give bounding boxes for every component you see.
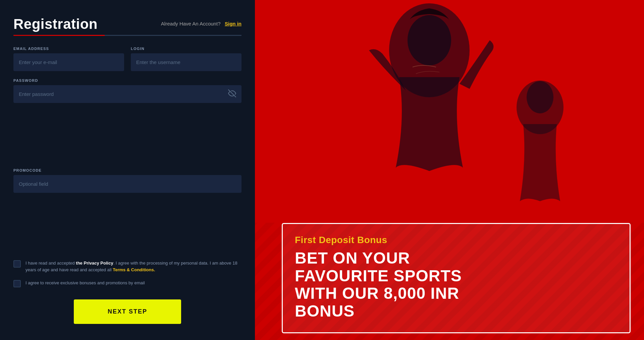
login-label: LOGIN [131, 47, 241, 51]
email-label: EMAIL ADDRESS [13, 47, 124, 51]
page-title: Registration [13, 16, 98, 32]
promotions-checkbox[interactable] [13, 280, 21, 287]
privacy-checkbox-row: I have read and accepted the Privacy Pol… [13, 260, 241, 273]
privacy-text: I have read and accepted the Privacy Pol… [25, 260, 241, 273]
bonus-main-text: BET ON YOUR FAVOURITE SPORTS WITH OUR 8,… [295, 249, 618, 320]
sign-in-link[interactable]: Sign in [225, 21, 241, 26]
right-panel: First Deposit Bonus BET ON YOUR FAVOURIT… [255, 0, 644, 340]
header-section: Registration Already Have An Account? Si… [13, 16, 241, 32]
promotions-text: I agree to receive exclusive bonuses and… [25, 280, 145, 286]
bonus-line2: FAVOURITE SPORTS [295, 267, 462, 285]
already-account-section: Already Have An Account? Sign in [161, 21, 241, 26]
bonus-label: First Deposit Bonus [295, 235, 618, 245]
title-underline [13, 35, 241, 36]
email-login-row: EMAIL ADDRESS LOGIN [13, 47, 241, 71]
svg-point-3 [408, 15, 451, 65]
login-group: LOGIN [131, 47, 241, 71]
next-step-button[interactable]: NEXT STEP [74, 299, 181, 324]
login-input[interactable] [131, 53, 241, 71]
privacy-policy-link[interactable]: the Privacy Policy [76, 261, 113, 266]
promotions-checkbox-row: I agree to receive exclusive bonuses and… [13, 280, 241, 287]
email-group: EMAIL ADDRESS [13, 47, 124, 71]
bonus-line3: WITH OUR 8,000 INR [295, 284, 459, 302]
password-label: PASSWORD [13, 78, 241, 82]
toggle-password-icon[interactable] [228, 89, 236, 99]
bonus-line4: BONUS [295, 302, 355, 320]
left-panel: Registration Already Have An Account? Si… [0, 0, 255, 340]
promocode-group: PROMOCODE [13, 168, 241, 251]
privacy-checkbox[interactable] [13, 260, 21, 268]
password-wrapper [13, 85, 241, 103]
password-input[interactable] [13, 85, 241, 103]
svg-point-5 [527, 81, 553, 113]
bonus-line1: BET ON YOUR [295, 249, 410, 267]
terms-conditions-link[interactable]: Terms & Conditions. [113, 267, 155, 272]
email-input[interactable] [13, 53, 124, 71]
promocode-input[interactable] [13, 175, 241, 193]
checkboxes-section: I have read and accepted the Privacy Pol… [13, 260, 241, 287]
already-account-text: Already Have An Account? [161, 21, 221, 26]
password-group: PASSWORD [13, 78, 241, 161]
bonus-card: First Deposit Bonus BET ON YOUR FAVOURIT… [282, 223, 631, 333]
promocode-label: PROMOCODE [13, 168, 241, 172]
